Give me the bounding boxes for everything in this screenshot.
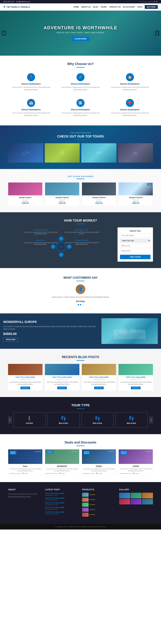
footer-latest-title: LATEST POST [45,488,79,491]
footer: ABOUT Lorem ipsum is simply dummy text o… [0,482,161,524]
product-thumb-3 [82,503,89,507]
fp-title-5[interactable]: POST TITLE GOES HERE [45,511,79,513]
read-more-btn-2[interactable]: Read More [57,386,67,389]
fp-title-2[interactable]: POST TITLE GOES HERE [45,497,79,499]
features-grid: 📍 Diverse Destinations Lorem ipsum is si… [8,71,153,119]
dot-2[interactable] [80,304,81,305]
nav-about[interactable]: ABOUT US [81,6,90,8]
blog-card-3: POST TITLE GOES HERE November 28, 2016 L… [82,364,116,390]
book-now-button[interactable]: BOOK NOW [3,337,18,342]
why-choose-title: Why Choose Us? [3,62,158,66]
gallery-thumb-1[interactable] [119,493,130,498]
buy-now-button[interactable]: BUY NOW [145,5,158,9]
tour-type-walking-1[interactable]: 👣 WALKING [47,412,80,428]
deal-date-japan: December 18, 2016 [120,473,131,474]
blog-post-date-4: November 28, 2016 [120,379,152,380]
dest-bg-2 [45,143,80,162]
gallery-thumb-2[interactable] [130,493,141,498]
tour-type-prev-arrow[interactable]: ‹ [8,416,12,424]
extra-icon[interactable]: ⚡ [153,1,155,2]
nav-shop[interactable]: SHOP [137,6,142,8]
package-card-4: NEW Sample Product4 ★★★★★ $950.00 $350.0… [118,182,153,206]
gallery-thumb-5[interactable] [130,499,141,504]
blog-post-text-3: Lorem ipsum is simply dummy text of the … [83,381,115,386]
blog-post-title-2: POST TITLE GOES HERE [46,376,78,378]
nav-account[interactable]: MY ACCOUNT [123,6,135,8]
dot-3[interactable] [82,304,83,305]
blog-img-2 [45,364,79,375]
footer-about-col: ABOUT Lorem ipsum is simply dummy text o… [8,488,42,518]
googleplus-icon[interactable]: g+ [145,1,147,2]
fp-title-1[interactable]: POST TITLE GOES HERE [45,493,79,494]
nav-contact[interactable]: CONTACT US [109,6,121,8]
read-more-btn-1[interactable]: Read More [21,386,30,389]
svg-rect-14 [113,330,146,339]
nav-home[interactable]: HOME [74,6,79,8]
deal-info-paris: Paris Lorem ipsum is simply dummy text o… [8,464,42,476]
instagram-icon[interactable]: ig [149,1,150,2]
hero-learn-more-button[interactable]: LEARN MORE [71,36,90,41]
nav-blog[interactable]: BLOG [93,6,98,8]
twitter-icon[interactable]: t [141,1,141,2]
feature-icon-5: ℹ️ [76,99,85,107]
facebook-icon[interactable]: f [139,1,140,2]
hero-prev-arrow[interactable]: ‹ [2,30,6,36]
footer-about-text: Lorem ipsum is simply dummy text of the … [8,493,42,498]
feature-item-5: ℹ️ Diverse Destinations Lorem ipsum is s… [58,96,104,119]
deal-badge-dubai: $700.00$600.00 [83,451,90,454]
blog-section: RECENTS BLOG POSTS POST TITLE GOES HERE … [0,349,161,397]
blog-post-text-4: Lorem ipsum is simply dummy text of the … [120,381,152,386]
top-dest-upper: TOP DESTINATION [3,132,158,134]
destination-card-1[interactable] [8,143,43,162]
destination-card-4[interactable] [118,143,153,162]
social-icons: f t y in g+ p ig tu ⚡ 🔍 [139,1,158,2]
gallery-thumb-6[interactable] [142,499,153,504]
linkedin-icon[interactable]: in [143,1,144,2]
package-old-price-2: $450.00 [46,200,78,202]
hero-next-arrow[interactable]: › [155,30,159,36]
read-more-btn-4[interactable]: Read More [131,386,140,389]
gallery-thumb-4[interactable] [119,499,130,504]
fp-title-3[interactable]: POST TITLE GOES HERE [45,502,79,504]
blog-post-text-1: Lorem ipsum is simply dummy text of the … [9,381,41,386]
tour-type-walking-3[interactable]: 👣 WALKING [115,412,148,428]
tour-type-walking-2[interactable]: 👣 WALKING [81,412,114,428]
blog-card-4: POST TITLE GOES HERE November 28, 2016 L… [118,364,153,390]
dest-bg-1 [8,143,43,162]
destination-card-2[interactable] [45,143,80,162]
tour-type-hiking[interactable]: 🚶 HIKING [13,412,46,428]
product-item-2: ★★★★★ [82,498,116,502]
europe-price: $4500.00 [3,332,98,336]
min-price-input[interactable] [120,244,150,248]
tour-type-select[interactable]: Select Tour Type [120,239,150,243]
walking-icon-2: 👣 [83,416,112,421]
youtube-icon[interactable]: y [142,1,143,2]
destination-card-3[interactable] [81,143,116,162]
pinterest-icon[interactable]: p [148,1,148,2]
tour-label-walking-2: WALKING [83,422,112,424]
email: info@twtravels.com [16,1,30,2]
feature-item-2: 🧳 Diverse Destinations Lorem ipsum is si… [58,71,104,93]
nav-tours[interactable]: TOURS [100,6,107,8]
search-icon[interactable]: 🔍 [156,1,158,2]
feature-title-2: Diverse Destinations [60,83,101,85]
hero-content: ADVENTURE IS WORTHWHILE PEOPLE LEFT FAKE… [44,25,117,41]
read-more-btn-3[interactable]: Read More [94,386,104,389]
gallery-thumb-3[interactable] [142,493,153,498]
hero-section: ‹ ADVENTURE IS WORTHWHILE PEOPLE LEFT FA… [0,10,161,56]
why-choose-section: Why Choose Us? 📍 Diverse Destinations Lo… [0,56,161,126]
deal-img-dubai: $700.00$600.00 ★★★★★ [82,450,116,464]
package-img-1 [8,182,42,195]
featured-europe-section: WONDERFULL EUROPE Lorem ipsum is simply … [0,314,161,349]
deal-badge-japan: $2000.00$1800.00 [120,451,127,454]
fp-title-4[interactable]: POST TITLE GOES HERE [45,507,79,508]
package-badge-4: NEW [147,183,152,186]
tumblr-icon[interactable]: tu [151,1,153,2]
tour-type-next-arrow[interactable]: › [149,416,153,424]
search-tour-input[interactable] [120,234,150,237]
blog-content-2: POST TITLE GOES HERE November 12, 2016 L… [45,375,79,390]
find-tours-button[interactable]: FIND TOURS [120,255,150,259]
dot-1[interactable] [78,304,79,305]
max-price-input[interactable] [120,249,150,252]
testimonial-section: WHAT CUSTOMERS SAY 👤 Lorem ipsum is simp… [0,268,161,314]
